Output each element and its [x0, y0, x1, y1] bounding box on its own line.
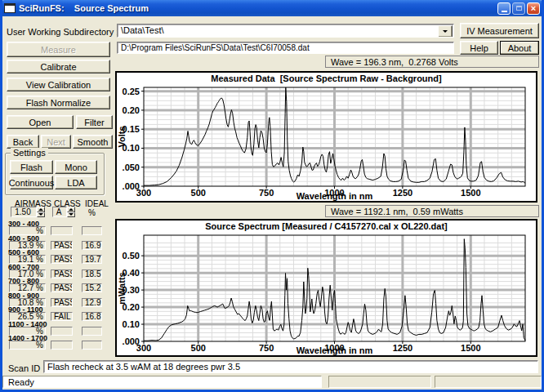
- airmass-ideal-field: 15.2: [82, 283, 102, 292]
- ideal-header: IDEAL: [85, 199, 109, 208]
- measure-button[interactable]: Measure: [7, 42, 110, 57]
- back-button[interactable]: Back: [7, 135, 39, 149]
- svg-text:.000: .000: [123, 336, 140, 346]
- flash-normalize-button[interactable]: Flash Normalize: [7, 96, 110, 109]
- iv-measurement-button[interactable]: IV Measurement: [460, 23, 539, 38]
- source-spectrum-chart-frame: Source Spectrum [Measured / C4157270.cal…: [115, 219, 537, 357]
- class-value-field[interactable]: A: [52, 207, 67, 217]
- close-icon: ×: [531, 4, 536, 13]
- airmass-ideal-field: 19.7: [82, 255, 102, 264]
- svg-text:.000: .000: [123, 181, 140, 191]
- minimize-button[interactable]: [497, 2, 511, 15]
- svg-text:.050: .050: [123, 163, 140, 172]
- airmass-ideal-field: 16.9: [82, 241, 102, 250]
- help-button[interactable]: Help: [460, 41, 498, 55]
- svg-text:Wavelength in nm: Wavelength in nm: [297, 191, 373, 201]
- airmass-spinner[interactable]: [37, 207, 45, 217]
- svg-text:Volts: Volts: [117, 126, 127, 147]
- airmass-ideal-field: 18.5: [82, 270, 102, 278]
- svg-text:750: 750: [259, 188, 274, 198]
- status-panel-2: [328, 376, 431, 388]
- ideal-unit-label: %: [88, 208, 96, 217]
- svg-text:mWatts: mWatts: [117, 272, 127, 304]
- title-bar: SciRunFS: Source Spectrum ×: [0, 0, 544, 16]
- airmass-row: 300 - 400%: [7, 220, 114, 235]
- working-dir-combobox[interactable]: \Data\Test\: [117, 24, 454, 38]
- status-bar: Ready: [2, 374, 542, 390]
- smooth-button[interactable]: Smooth: [73, 135, 113, 149]
- airmass-row: 900 - 110026.5 %FAIL16.8: [7, 306, 114, 321]
- dropdown-arrow-icon[interactable]: [438, 25, 453, 38]
- airmass-class-field: PASS: [51, 241, 73, 250]
- airmass-row: 1400 - 1700%: [7, 335, 114, 350]
- airmass-ideal-field: [82, 327, 102, 336]
- calibrate-button[interactable]: Calibrate: [7, 60, 110, 74]
- airmass-percent-field: %: [9, 341, 46, 350]
- source-spectrum-chart-title: Source Spectrum [Measured / C4157270.cal…: [117, 221, 536, 231]
- window-title: SciRunFS: Source Spectrum: [19, 3, 149, 13]
- airmass-row: 1100 - 1400%: [7, 321, 114, 336]
- measured-data-chart-title: Measured Data [Source Spectrum Raw - Bac…: [117, 74, 536, 83]
- airmass-panel: AIRMASS CLASS IDEAL 1.50 A % 300 - 400%4…: [7, 199, 114, 367]
- airmass-ideal-field: [82, 226, 102, 235]
- airmass-class-field: FAIL: [51, 312, 73, 321]
- airmass-row: 600 - 70017.0 %PASS18.5: [7, 264, 114, 278]
- mono-button[interactable]: Mono: [55, 160, 97, 174]
- airmass-ideal-field: 12.9: [82, 298, 102, 307]
- lda-button[interactable]: LDA: [55, 176, 97, 189]
- about-button[interactable]: About: [500, 41, 539, 55]
- window-body: User Working Subdirectory : \Data\Test\ …: [2, 16, 542, 390]
- continuous-button[interactable]: Continuous: [10, 176, 53, 189]
- app-icon: [4, 3, 16, 13]
- close-button[interactable]: ×: [527, 2, 540, 15]
- maximize-icon: [516, 6, 522, 11]
- svg-text:1500: 1500: [461, 188, 480, 198]
- scan-id-input[interactable]: Flash recheck at 3.5 wAM at 18 degrees p…: [43, 360, 538, 373]
- settings-group-label: Settings: [11, 148, 48, 158]
- maximize-button[interactable]: [512, 2, 525, 15]
- view-calibration-button[interactable]: View Calibration: [7, 78, 110, 91]
- svg-text:1250: 1250: [393, 188, 412, 198]
- airmass-class-field: PASS: [51, 255, 73, 264]
- working-dir-value: \Data\Test\: [121, 25, 164, 35]
- svg-text:0.20: 0.20: [123, 105, 140, 115]
- svg-text:Wavelength in nm: Wavelength in nm: [297, 345, 373, 355]
- spinner-down-icon[interactable]: [37, 212, 45, 218]
- airmass-row: 700 - 80012.7 %PASS15.2: [7, 278, 114, 292]
- svg-text:1500: 1500: [461, 343, 480, 353]
- airmass-class-field: PASS: [51, 283, 73, 292]
- airmass-row: 800 - 90010.8 %PASS12.9: [7, 292, 114, 307]
- next-button[interactable]: Next: [41, 135, 71, 149]
- airmass-class-field: [51, 226, 73, 235]
- svg-text:0.25: 0.25: [123, 87, 140, 96]
- airmass-class-field: PASS: [51, 298, 73, 307]
- down-triangle-icon: [443, 30, 448, 33]
- airmass-row: 400 - 50013.9 %PASS16.9: [7, 235, 114, 250]
- working-dir-label: User Working Subdirectory :: [7, 27, 118, 37]
- airmass-class-field: PASS: [51, 270, 73, 278]
- minimize-icon: [502, 11, 507, 12]
- window-controls: ×: [497, 2, 544, 15]
- wave-readout-bottom: Wave = 1192.1 nm, 0.59 mWatts: [325, 205, 539, 217]
- svg-text:500: 500: [191, 343, 206, 353]
- airmass-class-field: [51, 327, 73, 336]
- measured-data-chart-frame: Measured Data [Source Spectrum Raw - Bac…: [115, 71, 537, 203]
- svg-text:750: 750: [259, 343, 274, 353]
- status-panel-3: [435, 376, 542, 388]
- airmass-class-field: [51, 341, 73, 350]
- measured-data-chart[interactable]: 300500750100012501500.000.0500.100.150.2…: [117, 73, 536, 201]
- airmass-row: 500 - 60019.1 %PASS19.7: [7, 249, 114, 264]
- svg-text:0.50: 0.50: [123, 251, 140, 261]
- flash-button[interactable]: Flash: [10, 160, 53, 174]
- open-button[interactable]: Open: [7, 115, 74, 129]
- airmass-value-field[interactable]: 1.50: [11, 207, 37, 217]
- file-path-display: D:\Program Files\SciRunFS\Data\Test\C6I7…: [117, 42, 454, 54]
- filter-button[interactable]: Filter: [76, 115, 113, 129]
- source-spectrum-chart[interactable]: 300500750100012501500.0000.100.200.300.4…: [117, 220, 536, 355]
- svg-text:500: 500: [191, 188, 206, 198]
- status-ready-panel: Ready: [2, 376, 322, 388]
- svg-text:1250: 1250: [393, 343, 412, 353]
- svg-text:0.10: 0.10: [123, 319, 140, 329]
- spinner-down-icon[interactable]: [67, 212, 75, 218]
- class-spinner[interactable]: [67, 207, 75, 217]
